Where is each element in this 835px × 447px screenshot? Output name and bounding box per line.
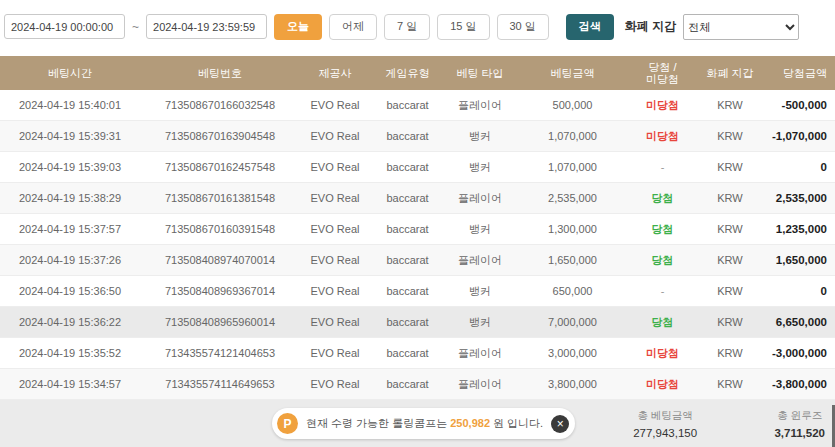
cell-bet-time: 2024-04-19 15:36:22 <box>0 316 140 328</box>
col-header-result: 당첨 / 미당첨 <box>630 61 695 85</box>
wallet-select[interactable]: 전체 <box>683 14 799 40</box>
cell-bet-time: 2024-04-19 15:36:50 <box>0 285 140 297</box>
notice-amount: 250,982 <box>450 417 490 429</box>
col-header-game-type: 게임유형 <box>370 67 445 79</box>
date-range-separator: ~ <box>132 20 139 34</box>
cell-bet-amount: 1,300,000 <box>515 223 630 235</box>
cell-bet-type: 플레이어 <box>445 191 515 206</box>
betting-history-table: 베팅시간 베팅번호 제공사 게임유형 베팅 타입 베팅금액 당첨 / 미당첨 화… <box>0 56 835 400</box>
cell-result: 미당첨 <box>630 129 695 144</box>
cell-bet-number: 713508408969367014 <box>140 285 300 297</box>
total-winlose-block: 총 윈루즈 3,711,520 <box>774 409 825 439</box>
notice-suffix: 원 입니다. <box>490 417 543 429</box>
col-header-bet-type: 베팅 타입 <box>445 67 515 79</box>
table-row[interactable]: 2024-04-19 15:37:26 713508408974070014 E… <box>0 245 835 276</box>
table-header-row: 베팅시간 베팅번호 제공사 게임유형 베팅 타입 베팅금액 당첨 / 미당첨 화… <box>0 56 835 90</box>
cell-result: 당첨 <box>630 191 695 206</box>
cell-bet-number: 713508670162457548 <box>140 161 300 173</box>
col-header-bet-number: 베팅번호 <box>140 67 300 79</box>
table-row[interactable]: 2024-04-19 15:34:57 713435574114649653 E… <box>0 369 835 400</box>
cell-bet-number: 713508670160391548 <box>140 223 300 235</box>
cell-provider: EVO Real <box>300 347 370 359</box>
cell-win-amount: 1,235,000 <box>765 223 835 235</box>
cell-wallet: KRW <box>695 223 765 235</box>
cell-result: - <box>630 161 695 173</box>
cell-result: - <box>630 285 695 297</box>
cell-win-amount: -1,070,000 <box>765 130 835 142</box>
range-7d-button[interactable]: 7 일 <box>384 14 430 40</box>
table-row[interactable]: 2024-04-19 15:36:22 713508408965960014 E… <box>0 307 835 338</box>
cell-bet-amount: 1,650,000 <box>515 254 630 266</box>
cell-bet-time: 2024-04-19 15:37:26 <box>0 254 140 266</box>
table-body: 2024-04-19 15:40:01 713508670166032548 E… <box>0 90 835 400</box>
cell-game-type: baccarat <box>370 285 445 297</box>
total-bet-value: 277,943,150 <box>633 427 697 439</box>
cell-result: 당첨 <box>630 315 695 330</box>
cell-provider: EVO Real <box>300 316 370 328</box>
rolling-comp-notice: P 현재 수령 가능한 롤링콤프는 250,982 원 입니다. × <box>272 408 575 439</box>
range-15d-button[interactable]: 15 일 <box>437 14 489 40</box>
cell-bet-type: 뱅커 <box>445 284 515 299</box>
cell-game-type: baccarat <box>370 99 445 111</box>
cell-wallet: KRW <box>695 254 765 266</box>
table-row[interactable]: 2024-04-19 15:39:03 713508670162457548 E… <box>0 152 835 183</box>
cell-bet-number: 713435574114649653 <box>140 378 300 390</box>
point-icon: P <box>277 413 298 434</box>
cell-bet-number: 713508670161381548 <box>140 192 300 204</box>
cell-provider: EVO Real <box>300 285 370 297</box>
cell-bet-type: 뱅커 <box>445 315 515 330</box>
cell-game-type: baccarat <box>370 378 445 390</box>
cell-bet-type: 뱅커 <box>445 160 515 175</box>
cell-bet-amount: 2,535,000 <box>515 192 630 204</box>
date-from-input[interactable] <box>4 14 125 39</box>
today-button[interactable]: 오늘 <box>274 14 322 40</box>
cell-bet-type: 플레이어 <box>445 377 515 392</box>
close-icon[interactable]: × <box>551 415 569 433</box>
col-header-bet-time: 베팅시간 <box>0 67 140 79</box>
cell-wallet: KRW <box>695 316 765 328</box>
table-row[interactable]: 2024-04-19 15:39:31 713508670163904548 E… <box>0 121 835 152</box>
total-bet-block: 총 베팅금액 277,943,150 <box>633 409 697 439</box>
cell-wallet: KRW <box>695 285 765 297</box>
cell-bet-number: 713435574121404653 <box>140 347 300 359</box>
col-header-provider: 제공사 <box>300 67 370 79</box>
cell-provider: EVO Real <box>300 161 370 173</box>
cell-provider: EVO Real <box>300 130 370 142</box>
cell-result: 당첨 <box>630 222 695 237</box>
cell-bet-amount: 7,000,000 <box>515 316 630 328</box>
cell-bet-amount: 650,000 <box>515 285 630 297</box>
cell-bet-time: 2024-04-19 15:39:31 <box>0 130 140 142</box>
cell-wallet: KRW <box>695 161 765 173</box>
cell-game-type: baccarat <box>370 316 445 328</box>
cell-wallet: KRW <box>695 130 765 142</box>
cell-win-amount: 0 <box>765 285 835 297</box>
table-row[interactable]: 2024-04-19 15:38:29 713508670161381548 E… <box>0 183 835 214</box>
range-30d-button[interactable]: 30 일 <box>497 14 549 40</box>
cell-game-type: baccarat <box>370 223 445 235</box>
table-row[interactable]: 2024-04-19 15:35:52 713435574121404653 E… <box>0 338 835 369</box>
table-row[interactable]: 2024-04-19 15:36:50 713508408969367014 E… <box>0 276 835 307</box>
table-row[interactable]: 2024-04-19 15:37:57 713508670160391548 E… <box>0 214 835 245</box>
cell-bet-time: 2024-04-19 15:35:52 <box>0 347 140 359</box>
date-to-input[interactable] <box>146 14 267 39</box>
total-winlose-label: 총 윈루즈 <box>774 409 825 423</box>
cell-result: 당첨 <box>630 253 695 268</box>
wallet-filter-label: 화폐 지갑 <box>625 18 676 35</box>
cell-bet-type: 뱅커 <box>445 129 515 144</box>
cell-bet-time: 2024-04-19 15:39:03 <box>0 161 140 173</box>
cell-bet-number: 713508670166032548 <box>140 99 300 111</box>
cell-win-amount: -3,800,000 <box>765 378 835 390</box>
cell-provider: EVO Real <box>300 99 370 111</box>
cell-win-amount: 2,535,000 <box>765 192 835 204</box>
yesterday-button[interactable]: 어제 <box>329 14 377 40</box>
col-header-bet-amount: 베팅금액 <box>515 67 630 79</box>
cell-win-amount: 0 <box>765 161 835 173</box>
search-button[interactable]: 검색 <box>566 14 614 40</box>
cell-provider: EVO Real <box>300 192 370 204</box>
cell-bet-number: 713508670163904548 <box>140 130 300 142</box>
cell-wallet: KRW <box>695 347 765 359</box>
summary-footer: P 현재 수령 가능한 롤링콤프는 250,982 원 입니다. × 총 베팅금… <box>0 400 835 447</box>
table-row[interactable]: 2024-04-19 15:40:01 713508670166032548 E… <box>0 90 835 121</box>
total-winlose-value: 3,711,520 <box>774 427 825 439</box>
cell-wallet: KRW <box>695 378 765 390</box>
